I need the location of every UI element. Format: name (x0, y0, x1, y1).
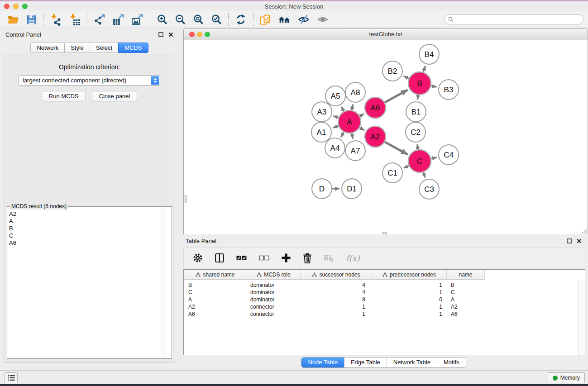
tab-node-table[interactable]: Node Table (301, 357, 344, 367)
float-panel-button[interactable] (158, 32, 163, 37)
close-table-panel-button[interactable] (577, 238, 582, 243)
column-header-successor-nodes[interactable]: successor nodes (301, 270, 372, 279)
column-header-mcds-role[interactable]: MCDS role (247, 270, 301, 279)
graph-edge-c-c4[interactable] (431, 157, 436, 159)
copy-network-button[interactable] (256, 12, 275, 27)
export-image-button[interactable] (128, 12, 147, 27)
graph-edge-a-a3[interactable] (333, 116, 338, 118)
tab-select[interactable]: Select (90, 43, 119, 53)
graph-node-c2[interactable]: C2 (406, 122, 425, 142)
float-table-panel-button[interactable] (567, 238, 572, 243)
network-window-titlebar[interactable]: testGlobe.txt (184, 29, 588, 40)
graph-node-d1[interactable]: D1 (342, 179, 362, 199)
graph-node-a3[interactable]: A3 (312, 102, 332, 122)
table-row-a6[interactable]: A6connector11A6 (184, 310, 585, 318)
graph-edge-a-a8[interactable] (352, 105, 353, 110)
import-table-button[interactable] (65, 12, 84, 27)
graph-edge-a6-b[interactable] (385, 90, 408, 103)
graph-node-c[interactable]: C (408, 150, 431, 172)
tab-edge-table[interactable]: Edge Table (344, 357, 387, 367)
graph-edge-a-a2[interactable] (360, 128, 364, 130)
graph-edge-a-a7[interactable] (352, 133, 353, 139)
close-panel-button[interactable] (168, 32, 173, 37)
zoom-selected-button[interactable] (207, 12, 225, 27)
table-row-c[interactable]: Cdominator41C (184, 289, 585, 296)
export-network-button[interactable] (90, 12, 109, 27)
tab-mcds[interactable]: MCDS (118, 43, 148, 53)
graph-edge-a-a1[interactable] (333, 126, 338, 128)
canvas-scroll-hint[interactable] (184, 195, 187, 203)
mcds-result-item-b[interactable]: B (9, 225, 172, 232)
tab-motifs[interactable]: Motifs (437, 357, 466, 367)
tab-style[interactable]: Style (64, 43, 90, 53)
graph-node-c1[interactable]: C1 (382, 163, 402, 183)
graph-node-b4[interactable]: B4 (419, 44, 439, 64)
graph-edge-c-c2[interactable] (417, 144, 418, 150)
graph-edge-a-a5[interactable] (341, 107, 344, 112)
graph-edge-b-b2[interactable] (404, 76, 409, 78)
show-all-button[interactable] (313, 12, 332, 27)
refresh-layout-button[interactable] (231, 12, 250, 27)
graph-node-a1[interactable]: A1 (311, 122, 331, 142)
table-row-a2[interactable]: A2connector11A2 (184, 303, 585, 310)
hide-selected-button[interactable] (294, 12, 313, 27)
graph-node-a4[interactable]: A4 (325, 138, 345, 158)
tab-network[interactable]: Network (30, 43, 65, 53)
graph-node-a[interactable]: A (338, 110, 361, 133)
memory-button[interactable]: Memory (548, 372, 585, 383)
graph-edge-c-c1[interactable] (404, 166, 409, 168)
select-all-button[interactable] (236, 255, 247, 261)
graph-node-a7[interactable]: A7 (345, 141, 365, 161)
network-canvas[interactable]: B4B2BB3A5A8A6A3AB1A1A2C2A4A7C4CC1C3DD1 (184, 40, 588, 234)
graph-node-b3[interactable]: B3 (439, 80, 459, 100)
open-session-button[interactable] (4, 12, 23, 27)
mcds-result-item-c[interactable]: C (9, 232, 172, 239)
deselect-all-button[interactable] (259, 255, 269, 261)
houses-button[interactable] (275, 12, 294, 27)
delete-table-button[interactable] (324, 254, 334, 262)
task-history-button[interactable] (5, 372, 18, 383)
table-row-a[interactable]: Adominator80A (184, 296, 585, 303)
export-table-button[interactable] (109, 12, 128, 27)
delete-column-button[interactable] (303, 253, 312, 263)
zoom-out-button[interactable] (171, 12, 189, 27)
graph-node-a2[interactable]: A2 (365, 126, 386, 147)
add-column-button[interactable] (282, 253, 291, 262)
graph-node-a6[interactable]: A6 (365, 97, 386, 118)
search-input[interactable] (444, 14, 583, 24)
graph-node-b2[interactable]: B2 (382, 61, 402, 81)
graph-node-a8[interactable]: A8 (345, 82, 365, 102)
graph-edge-a-a6[interactable] (360, 114, 364, 116)
zoom-in-button[interactable] (153, 12, 171, 27)
zoom-fit-button[interactable] (189, 12, 207, 27)
tab-network-table[interactable]: Network Table (387, 357, 437, 367)
graph-edge-a-a4[interactable] (341, 132, 344, 138)
show-columns-button[interactable] (215, 253, 224, 262)
resize-grip-icon[interactable] (581, 228, 587, 234)
graph-edge-b-b4[interactable] (423, 66, 425, 72)
mcds-result-item-a2[interactable]: A2 (9, 210, 172, 218)
run-mcds-button[interactable]: Run MCDS (42, 91, 86, 101)
save-session-button[interactable] (23, 12, 40, 27)
graph-edge-b-b1[interactable] (417, 95, 418, 100)
close-panel-action-button[interactable]: Close panel (92, 91, 138, 101)
graph-node-a5[interactable]: A5 (325, 86, 345, 106)
import-network-button[interactable] (46, 12, 65, 27)
table-row-b[interactable]: Bdominator41B (184, 281, 585, 289)
graph-edge-c-c3[interactable] (423, 172, 425, 178)
function-builder-button[interactable]: f(x) (346, 253, 360, 263)
graph-node-c4[interactable]: C4 (439, 145, 459, 165)
table-settings-button[interactable] (193, 253, 203, 263)
graph-edge-a2-c[interactable] (385, 142, 408, 155)
optimization-criterion-select[interactable]: largest connected component (directed) (19, 75, 160, 86)
table-scrollbar[interactable] (578, 280, 585, 355)
result-scrollbar[interactable] (160, 207, 166, 358)
graph-node-c3[interactable]: C3 (419, 179, 439, 199)
network-graph[interactable]: B4B2BB3A5A8A6A3AB1A1A2C2A4A7C4CC1C3DD1 (184, 40, 588, 234)
column-header-shared-name[interactable]: shared name (184, 270, 247, 279)
column-header-predecessor-nodes[interactable]: predecessor nodes (372, 270, 447, 279)
graph-node-d[interactable]: D (312, 179, 332, 199)
graph-edge-b-b3[interactable] (431, 86, 436, 87)
mcds-result-item-a6[interactable]: A6 (9, 239, 172, 247)
mcds-result-item-a[interactable]: A (9, 218, 172, 225)
